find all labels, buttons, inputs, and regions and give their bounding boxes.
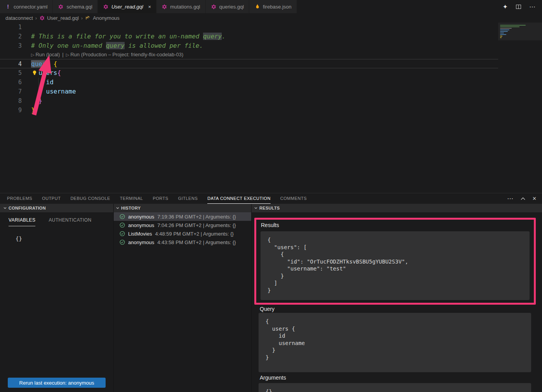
minimap-line [500,25,526,26]
code-editor[interactable]: 12# This is a file for you to write an u… [0,23,542,193]
line-number: 1 [0,23,22,32]
tab-queries.gql[interactable]: queries.gql [206,0,250,13]
history-entry[interactable]: ListMovies4:48:59 PM GMT+2 | Arguments: … [113,229,251,238]
minimap-line [500,37,502,38]
graphql-icon [211,4,217,10]
panel-tab-output[interactable]: OUTPUT [42,193,61,204]
chevron-down-icon [254,206,258,210]
arguments-text-box: {} [259,383,531,392]
configuration-section-header[interactable]: CONFIGURATION [3,204,46,212]
breadcrumb-label: dataconnect [5,15,33,21]
tab-connector.yaml[interactable]: !connector.yaml [0,0,53,13]
code-line-1[interactable]: 1 [0,23,498,32]
results-json-output: { "users": [ { "id": "OrTucFODZHTksvBSBU… [261,231,530,300]
line-content: # Only one un-named query is allowed per… [22,41,203,50]
minimap[interactable] [498,23,542,193]
maximize-panel-icon[interactable] [521,197,525,200]
tab-label: User_read.gql [111,4,143,10]
breadcrumb-separator: › [81,15,83,21]
line-number: 5 [0,68,22,78]
tab-label: schema.gql [66,4,92,10]
panel-tab-terminal[interactable]: TERMINAL [120,193,143,204]
code-line-6[interactable]: 6 id [0,78,498,87]
breadcrumb-item-User_read.gql[interactable]: User_read.gql [39,15,79,21]
check-circle-icon [119,239,125,245]
annotation-highlight-box: Results { "users": [ { "id": "OrTucFODZH… [254,218,536,305]
results-section-header[interactable]: RESULTS [254,204,280,212]
panel-actions: ⋯ ✕ [507,193,542,204]
history-section-label: HISTORY [121,206,141,210]
panel-tab-debug-console[interactable]: DEBUG CONSOLE [70,193,110,204]
breadcrumb-label: Anonymous [93,15,120,21]
tab-label: firebase.json [263,4,292,10]
graphql-icon [103,4,109,10]
close-tab-icon[interactable]: × [148,4,151,10]
firebase-icon [254,4,260,10]
breadcrumb: dataconnect›User_read.gql›Anonymous [0,13,542,23]
query-label: Query [260,306,274,312]
panel-tab-problems[interactable]: PROBLEMS [7,193,32,204]
code-line-9[interactable]: 9} [0,106,498,115]
code-line-8[interactable]: 8 } [0,96,498,106]
tab-mutations.gql[interactable]: mutations.gql [156,0,205,13]
lightbulb-icon[interactable] [31,70,37,76]
line-number: 7 [0,87,22,96]
line-content: query { [22,59,57,68]
line-number: 2 [0,32,22,41]
split-editor-icon[interactable] [516,4,521,10]
panel-tab-ports[interactable]: PORTS [153,193,168,204]
anonymous-symbol-icon [85,15,91,21]
minimap-line [500,29,509,30]
history-entry[interactable]: anonymous4:43:58 PM GMT+2 | Arguments: {… [113,238,251,246]
history-entry[interactable]: anonymous7:19:36 PM GMT+2 | Arguments: {… [113,212,251,221]
line-content: } [22,96,42,106]
history-entry[interactable]: anonymous7:04:26 PM GMT+2 | Arguments: {… [113,221,251,229]
tab-firebase.json[interactable]: firebase.json [249,0,297,13]
variables-value[interactable]: {} [16,236,113,242]
more-actions-icon[interactable]: ⋯ [529,3,536,10]
yaml-icon: ! [5,4,11,10]
minimap-line [500,34,506,35]
history-entry-name: anonymous [128,214,154,220]
history-section-header[interactable]: HISTORY [116,204,141,212]
vscode-window: { "colors": { "accent_pink": "#f03572", … [0,0,542,392]
line-number: 3 [0,41,22,50]
code-line-4[interactable]: 4query { [0,59,498,68]
run-local-link[interactable]: ▷Run (local) [31,50,60,59]
sparkle-icon[interactable]: ✦ [503,3,508,10]
run-production-link[interactable]: ▷Run (Production – Project: friendly-fli… [66,50,184,59]
minimap-line [500,28,512,29]
panel-tab-data-connect-execution[interactable]: DATA CONNECT EXECUTION [207,193,271,204]
codelens-divider: | [62,50,63,59]
codelens-label: Run (local) [35,50,60,59]
tab-schema.gql[interactable]: schema.gql [53,0,97,13]
history-entry-name: anonymous [128,239,154,245]
chevron-down-icon [3,206,7,210]
close-panel-icon[interactable]: ✕ [532,196,537,201]
line-content: } [22,106,35,115]
panel-divider [113,204,114,392]
config-tab-variables[interactable]: VARIABLES [9,217,35,226]
panel-tab-comments[interactable]: COMMENTS [280,193,307,204]
line-content: users{ [22,68,61,78]
tab-User_read.gql[interactable]: User_read.gql× [98,0,156,13]
code-line-2[interactable]: 2# This is a file for you to write an un… [0,32,498,41]
line-content [22,23,31,32]
more-actions-icon[interactable]: ⋯ [507,195,514,202]
history-entry-name: ListMovies [128,231,152,237]
breadcrumb-item-Anonymous[interactable]: Anonymous [85,15,120,21]
code-line-5[interactable]: 5 users{ [0,68,498,78]
code-line-7[interactable]: 7 username [0,87,498,96]
check-circle-icon [119,214,125,220]
breadcrumb-item-dataconnect[interactable]: dataconnect [5,15,33,21]
panel-body: VARIABLESAUTHENTICATION {} Rerun last ex… [0,212,542,392]
config-tab-authentication[interactable]: AUTHENTICATION [49,217,91,226]
configuration-section-label: CONFIGURATION [9,206,46,210]
rerun-last-execution-button[interactable]: Rerun last execution: anonymous [8,378,106,388]
graphql-icon [162,4,167,10]
configuration-panel: VARIABLESAUTHENTICATION {} Rerun last ex… [0,212,113,392]
codelens-label: Run (Production – Project: friendly-flix… [70,50,183,59]
panel-tab-gitlens[interactable]: GITLENS [178,193,198,204]
code-line-3[interactable]: 3# Only one un-named query is allowed pe… [0,41,498,50]
panel-divider [251,204,252,392]
